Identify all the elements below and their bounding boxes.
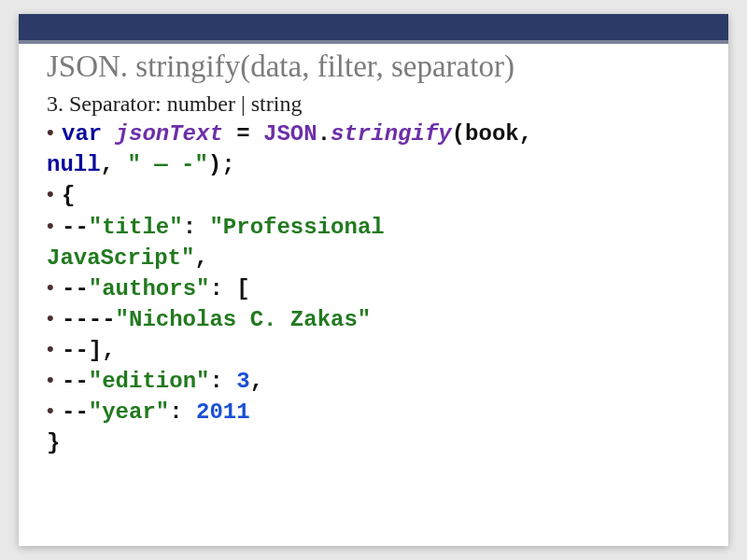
- keyword-null: null: [47, 152, 101, 177]
- code-line-3: {: [47, 180, 700, 211]
- indent-dashes: ----: [62, 307, 116, 332]
- slide-subtitle: 3. Separator: number | string: [47, 91, 700, 117]
- value-author: "Nicholas C. Zakas": [116, 307, 372, 332]
- dot: .: [317, 121, 331, 147]
- code-line-9: --"edition": 3,: [47, 366, 700, 397]
- indent-dashes: --: [62, 399, 89, 425]
- method-stringify: stringify: [331, 121, 452, 147]
- slide-top-bar: [19, 14, 728, 44]
- identifier-jsonText: jsonText: [116, 121, 223, 147]
- code-line-7: ----"Nicholas C. Zakas": [47, 304, 700, 335]
- equals: =: [223, 121, 263, 147]
- indent-dashes: --: [62, 338, 89, 363]
- arg-book: book: [465, 121, 519, 147]
- code-block: var jsonText = JSON.stringify(book, null…: [47, 119, 700, 458]
- keyword-var: var: [62, 121, 116, 147]
- code-line-6: --"authors": [: [47, 273, 700, 304]
- bracket-close: ],: [89, 338, 116, 363]
- indent-dashes: --: [62, 369, 89, 394]
- comma: ,: [194, 245, 207, 271]
- value-edition: 3: [236, 369, 249, 394]
- colon: :: [209, 369, 236, 394]
- indent-dashes: --: [62, 215, 89, 240]
- code-line-2: null, " — -");: [47, 149, 700, 180]
- code-line-4: --"title": "Professional: [47, 212, 700, 243]
- brace-close: }: [47, 430, 60, 455]
- value-year: 2011: [196, 399, 250, 425]
- class-json: JSON: [263, 121, 317, 147]
- slide: JSON. stringify(data, filter, separator)…: [19, 14, 728, 546]
- slide-title: JSON. stringify(data, filter, separator): [47, 48, 700, 86]
- brace-open: {: [62, 183, 75, 208]
- code-line-10: --"year": 2011: [47, 397, 700, 427]
- bracket-open: [: [236, 276, 249, 301]
- code-line-5: JavaScript",: [47, 243, 700, 273]
- colon: :: [183, 215, 210, 240]
- colon: :: [169, 399, 196, 425]
- key-edition: "edition": [89, 369, 210, 394]
- indent-dashes: --: [62, 276, 89, 301]
- paren-close: );: [208, 152, 235, 177]
- value-title-part1: "Professional: [209, 215, 384, 240]
- code-line-8: --],: [47, 335, 700, 366]
- string-separator: " — -": [127, 152, 207, 177]
- comma: ,: [101, 152, 128, 177]
- colon: :: [209, 276, 236, 301]
- key-title: "title": [89, 215, 183, 240]
- paren-open: (: [452, 121, 465, 147]
- slide-content: JSON. stringify(data, filter, separator)…: [19, 44, 728, 468]
- comma: ,: [519, 121, 532, 147]
- key-authors: "authors": [89, 276, 210, 301]
- code-line-11: }: [47, 427, 700, 458]
- code-line-1: var jsonText = JSON.stringify(book,: [47, 119, 700, 149]
- value-title-part2: JavaScript": [47, 245, 194, 271]
- comma: ,: [250, 369, 263, 394]
- key-year: "year": [89, 399, 169, 425]
